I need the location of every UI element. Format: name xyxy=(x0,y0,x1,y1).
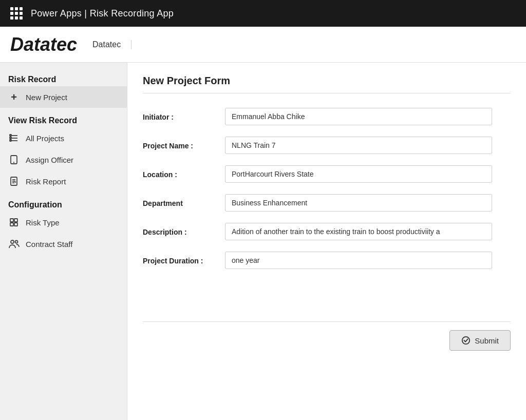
sidebar-item-contract-staff[interactable]: Contract Staff xyxy=(0,233,127,255)
label-description: Description : xyxy=(143,223,225,236)
svg-point-18 xyxy=(462,337,469,344)
sidebar-item-risk-report[interactable]: Risk Report xyxy=(0,170,127,192)
form-row-project-duration: Project Duration : xyxy=(143,252,511,269)
sidebar-item-all-projects[interactable]: All Projects xyxy=(0,127,127,149)
input-location[interactable] xyxy=(225,165,492,183)
tablet-icon xyxy=(8,154,20,165)
sidebar-section-risk-record: Risk Record xyxy=(0,71,127,86)
form-row-description: Description : xyxy=(143,223,511,240)
form-row-initiator: Initiator : xyxy=(143,108,511,125)
sidebar-label-assign-officer: Assign Officer xyxy=(26,156,73,164)
topbar-title: Power Apps | Risk Recording App xyxy=(31,8,174,19)
input-description[interactable] xyxy=(225,223,492,240)
sidebar-label-risk-report: Risk Report xyxy=(26,177,66,186)
form-container: New Project Form Initiator : Project Nam… xyxy=(127,63,526,371)
grid-square-icon xyxy=(8,217,20,228)
label-project-name: Project Name : xyxy=(143,137,225,150)
sidebar-item-new-project[interactable]: + New Project xyxy=(0,86,127,108)
svg-rect-13 xyxy=(14,219,17,222)
topbar: Power Apps | Risk Recording App xyxy=(0,0,526,27)
sidebar: Risk Record + New Project View Risk Reco… xyxy=(0,63,127,420)
label-department: Department xyxy=(143,194,225,207)
sidebar-item-risk-type[interactable]: Risk Type xyxy=(0,212,127,233)
sidebar-label-risk-type: Risk Type xyxy=(26,218,60,227)
report-icon xyxy=(8,176,20,187)
label-location: Location : xyxy=(143,165,225,179)
form-row-project-name: Project Name : xyxy=(143,137,511,154)
person-group-icon xyxy=(8,238,20,250)
svg-point-17 xyxy=(15,241,18,243)
org-name: Datatec xyxy=(92,40,132,49)
submit-label: Submit xyxy=(475,336,499,345)
svg-rect-14 xyxy=(10,223,13,226)
label-initiator: Initiator : xyxy=(143,108,225,121)
logobar: Datatec Datatec xyxy=(0,27,526,63)
input-project-name[interactable] xyxy=(225,137,492,154)
logo: Datatec xyxy=(10,34,77,55)
svg-rect-12 xyxy=(10,219,13,222)
submit-button[interactable]: Submit xyxy=(449,330,511,351)
sidebar-item-assign-officer[interactable]: Assign Officer xyxy=(0,149,127,170)
input-project-duration[interactable] xyxy=(225,252,492,269)
svg-point-16 xyxy=(11,240,14,243)
main-layout: Risk Record + New Project View Risk Reco… xyxy=(0,63,526,420)
plus-icon: + xyxy=(8,91,20,103)
input-initiator[interactable] xyxy=(225,108,492,125)
svg-rect-15 xyxy=(14,223,17,226)
form-row-location: Location : xyxy=(143,165,511,183)
sidebar-label-all-projects: All Projects xyxy=(26,134,64,143)
label-project-duration: Project Duration : xyxy=(143,252,225,265)
sidebar-label-contract-staff: Contract Staff xyxy=(26,240,72,249)
sidebar-section-view-risk: View Risk Record xyxy=(0,112,127,127)
content-area: New Project Form Initiator : Project Nam… xyxy=(127,63,526,420)
form-title: New Project Form xyxy=(143,75,511,93)
sidebar-section-config: Configuration xyxy=(0,196,127,212)
form-bottom-bar: Submit xyxy=(143,321,511,359)
sidebar-label-new-project: New Project xyxy=(26,93,67,102)
submit-icon xyxy=(461,336,471,345)
list-icon xyxy=(8,132,20,144)
form-row-department: Department xyxy=(143,194,511,212)
grid-icon[interactable] xyxy=(10,7,23,20)
input-department[interactable] xyxy=(225,194,492,212)
